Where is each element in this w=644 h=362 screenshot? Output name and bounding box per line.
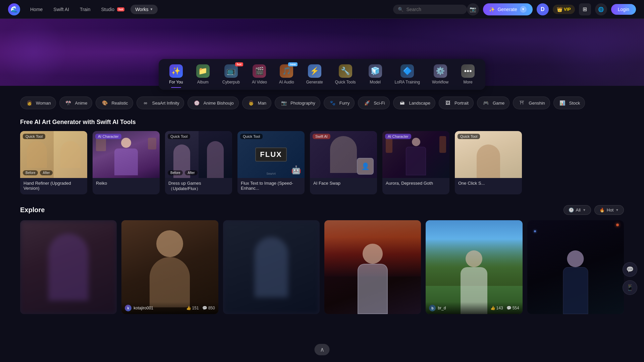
tab-model[interactable]: 🧊 Model xyxy=(362,62,389,87)
ai-video-icon: 🎬 xyxy=(253,64,266,78)
tag-sci-fi[interactable]: 🚀 Sci-Fi xyxy=(358,97,390,109)
tab-ai-video[interactable]: 🎬 AI Video xyxy=(246,62,273,87)
ai-audio-icon: 🎵 xyxy=(280,64,293,78)
explore-card-5[interactable]: b br_d 👍 143 💬 554 xyxy=(426,220,522,314)
tab-album[interactable]: 📁 Album xyxy=(190,62,216,87)
tool-hand-refiner[interactable]: Before After Quick Tool Hand Refiner (Up… xyxy=(20,131,87,194)
tag-furry-avatar: 🐾 xyxy=(329,99,337,107)
tab-cyberpub[interactable]: 📺 Cyberpub hot xyxy=(216,62,246,87)
generate-icon: ✨ xyxy=(489,7,495,12)
tool-flux[interactable]: FLUX 🤖 SeaArt Quick Tool Flux Text to Im… xyxy=(237,131,305,194)
filter-hot[interactable]: 🔥 Hot ▼ xyxy=(594,205,624,215)
tool-dress-up[interactable]: Before After Quick Tool Dress up Games（U… xyxy=(165,131,232,194)
tag-genshin[interactable]: ⛩ Genshin xyxy=(513,97,550,109)
translate-icon: 🌐 xyxy=(598,7,604,12)
tab-ai-audio[interactable]: 🎵 AI Audio new xyxy=(273,62,300,87)
login-button[interactable]: Login xyxy=(611,4,636,15)
tag-landscape[interactable]: 🏔 Landscape xyxy=(393,97,435,109)
mobile-button[interactable]: 📱 xyxy=(623,280,637,295)
flux-img: FLUX 🤖 SeaArt Quick Tool xyxy=(237,131,305,178)
nav-right: 📷 ✨ Generate ▼ D 👑 VIP ⊞ 🌐 Login xyxy=(467,3,636,15)
nav-train[interactable]: Train xyxy=(75,5,95,14)
studio-hot-badge: hot xyxy=(117,7,124,11)
explore-img-5 xyxy=(426,220,522,314)
tab-generate[interactable]: ⚡ Generate xyxy=(300,62,329,87)
nav-swift-ai[interactable]: Swift AI xyxy=(49,5,74,14)
flux-text-display: FLUX xyxy=(255,147,286,162)
one-click-badge: Quick Tool xyxy=(458,134,480,139)
tag-game[interactable]: 🎮 Game xyxy=(477,97,509,109)
tag-stock[interactable]: 📊 Stock xyxy=(553,97,585,109)
before-label: Before xyxy=(23,170,38,175)
scroll-indicator[interactable]: ∧ xyxy=(315,344,330,355)
explore-grid: k kotajiro001 👍 151 💬 850 xyxy=(20,220,624,314)
search-bar[interactable]: 🔍 xyxy=(393,5,467,14)
tag-seaart-infinity[interactable]: ∞ SeaArt Infinity xyxy=(137,97,184,109)
explore-card-1[interactable] xyxy=(20,220,117,314)
explore-img-1 xyxy=(20,220,117,314)
views-2: 💬 850 xyxy=(202,306,215,310)
tag-portrait-label: Portrait xyxy=(454,101,469,106)
flux-robot-icon: 🤖 xyxy=(291,165,301,175)
camera-button[interactable]: 📷 xyxy=(467,3,479,15)
translate-button[interactable]: 🌐 xyxy=(595,3,607,15)
tool-face-swap[interactable]: 👤 Swift AI AI Face Swap xyxy=(310,131,377,194)
tab-more[interactable]: ••• More xyxy=(454,62,481,87)
tag-furry-label: Furry xyxy=(339,101,350,106)
reiko-badge: AI Character xyxy=(95,134,121,139)
explore-img-2 xyxy=(121,220,218,314)
grid-button[interactable]: ⊞ xyxy=(579,3,591,15)
tag-man[interactable]: 👨 Man xyxy=(242,97,271,109)
explore-stats-5: 👍 143 💬 554 xyxy=(490,306,519,310)
nav-home[interactable]: Home xyxy=(25,5,47,14)
tag-anime[interactable]: 🎌 Anime xyxy=(59,97,93,109)
tab-for-you[interactable]: ✨ For You xyxy=(163,62,190,87)
tag-game-label: Game xyxy=(493,101,504,106)
model-icon: 🧊 xyxy=(369,64,382,78)
navbar: 🌊 Home Swift AI Train Studio hot Works ▼… xyxy=(0,0,644,19)
filter-all[interactable]: 🕐 All ▼ xyxy=(564,205,591,215)
cyberpub-icon: 📺 xyxy=(224,64,238,78)
tab-workflow[interactable]: ⚙️ Workflow xyxy=(426,62,454,87)
tag-photography[interactable]: 📷 Photography xyxy=(275,97,320,109)
tag-portrait[interactable]: 🖼 Portrait xyxy=(439,97,474,109)
discord-button[interactable]: D xyxy=(537,3,549,15)
view-icon-2: 💬 xyxy=(202,306,207,310)
explore-card-3[interactable] xyxy=(223,220,320,314)
tag-anime-bishoujo[interactable]: 💮 Anime Bishoujo xyxy=(187,97,238,109)
tab-quick-tools[interactable]: 🔧 Quick Tools xyxy=(329,62,362,87)
search-input[interactable] xyxy=(406,7,462,12)
ai-audio-badge: new xyxy=(288,62,298,66)
tool-aurora[interactable]: AI Character Aurora, Depressed Goth xyxy=(382,131,449,194)
all-icon: 🕐 xyxy=(569,207,574,213)
like-icon-5: 👍 xyxy=(490,306,495,310)
nav-studio[interactable]: Studio hot xyxy=(96,5,129,14)
generate-button[interactable]: ✨ Generate ▼ xyxy=(483,3,532,15)
tag-furry[interactable]: 🐾 Furry xyxy=(324,97,355,109)
tag-scifi-avatar: 🚀 xyxy=(363,99,371,107)
explore-card-6[interactable] xyxy=(527,220,624,314)
tag-landscape-avatar: 🏔 xyxy=(398,99,406,107)
tool-one-click[interactable]: Quick Tool One Click S... xyxy=(455,131,522,194)
tab-lora-training[interactable]: 🔷 LoRA Training xyxy=(389,62,426,87)
hand-refiner-img: Before After Quick Tool xyxy=(20,131,87,178)
tag-woman[interactable]: 👩 Woman xyxy=(20,97,56,109)
app-logo[interactable]: 🌊 xyxy=(8,3,20,15)
scroll-arrow-icon: ∧ xyxy=(320,346,324,353)
flux-title: Flux Text to Image (Speed-Enhanc... xyxy=(237,178,305,193)
works-dropdown-icon: ▼ xyxy=(150,7,153,11)
more-icon: ••• xyxy=(461,64,475,78)
tab-lora-label: LoRA Training xyxy=(395,80,420,84)
camera-icon: 📷 xyxy=(470,6,476,12)
vip-button[interactable]: 👑 VIP xyxy=(553,5,575,14)
generate-tab-icon: ⚡ xyxy=(308,64,321,78)
tool-reiko[interactable]: AI Character Reiko xyxy=(93,131,160,194)
tag-realistic[interactable]: 🎨 Realistic xyxy=(96,97,133,109)
explore-card-4[interactable] xyxy=(324,220,421,314)
support-button[interactable]: 💬 xyxy=(623,262,637,277)
explore-header: Explore 🕐 All ▼ 🔥 Hot ▼ xyxy=(20,205,624,215)
tag-stock-avatar: 📊 xyxy=(558,99,567,107)
nav-works[interactable]: Works ▼ xyxy=(130,5,158,14)
explore-card-2[interactable]: k kotajiro001 👍 151 💬 850 xyxy=(121,220,218,314)
tag-portrait-avatar: 🖼 xyxy=(444,99,452,107)
